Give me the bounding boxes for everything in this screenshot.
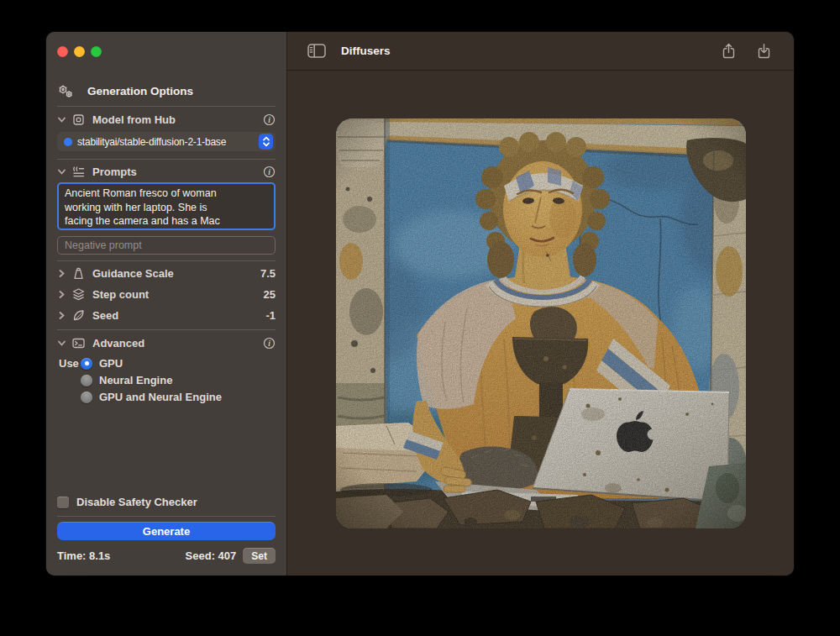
text-quote-icon	[71, 165, 86, 179]
prompt-input[interactable]: Ancient Roman fresco of woman working wi…	[57, 182, 276, 230]
seed-result-value: Seed: 407	[186, 549, 237, 562]
chevron-right-icon[interactable]	[57, 311, 68, 320]
save-image-icon[interactable]	[757, 43, 771, 60]
radio-gpu-label: GPU	[99, 357, 123, 370]
cpu-icon	[71, 113, 86, 127]
svg-text:i: i	[268, 115, 270, 124]
step-count-label: Step count	[92, 288, 149, 301]
chevron-right-icon[interactable]	[57, 290, 68, 299]
guidance-scale-label: Guidance Scale	[92, 267, 174, 280]
radio-gpu-and-neural-engine-label: GPU and Neural Engine	[99, 391, 222, 403]
divider	[57, 106, 276, 107]
guidance-scale-row[interactable]: Guidance Scale 7.5	[57, 265, 276, 281]
sidebar: Generation Options Model from Hub i	[46, 32, 287, 576]
seed-label: Seed	[92, 309, 118, 322]
divider	[57, 159, 276, 160]
disable-safety-checkbox[interactable]	[57, 497, 69, 508]
radio-neural-engine-label: Neural Engine	[99, 374, 172, 386]
sidebar-title: Generation Options	[87, 85, 193, 97]
traffic-lights	[57, 32, 276, 57]
compute-option-gpu: Use GPU	[57, 356, 276, 371]
divider	[57, 329, 276, 330]
guidance-scale-value: 7.5	[260, 267, 276, 280]
svg-text:i: i	[268, 339, 270, 347]
terminal-icon	[71, 336, 86, 350]
chevron-down-icon[interactable]	[57, 167, 68, 176]
sidebar-toggle-icon[interactable]	[307, 44, 326, 58]
generate-button[interactable]: Generate	[57, 522, 276, 540]
stack-3d-icon	[71, 287, 86, 302]
radio-neural-engine[interactable]	[81, 375, 92, 386]
advanced-row[interactable]: Advanced i	[57, 335, 276, 350]
seed-value: -1	[265, 309, 276, 322]
chevron-right-icon[interactable]	[57, 269, 68, 278]
select-chevrons-icon[interactable]	[259, 134, 273, 150]
sidebar-header: Generation Options	[57, 83, 276, 98]
prompts-row[interactable]: Prompts i	[57, 164, 276, 179]
divider	[57, 260, 276, 261]
seed-row[interactable]: Seed -1	[57, 307, 276, 323]
model-from-hub-row[interactable]: Model from Hub i	[57, 112, 276, 127]
disable-safety-label: Disable Safety Checker	[76, 496, 197, 508]
content-pane: Diffusers	[287, 32, 794, 576]
zoom-button[interactable]	[91, 46, 102, 57]
app-window: Generation Options Model from Hub i	[46, 32, 794, 576]
compute-option-neural-engine: Neural Engine	[81, 373, 276, 387]
prompts-label: Prompts	[92, 166, 137, 178]
svg-text:i: i	[268, 167, 270, 176]
radio-gpu[interactable]	[81, 358, 92, 370]
step-count-row[interactable]: Step count 25	[57, 286, 276, 302]
titlebar-actions	[722, 43, 771, 60]
scale-mass-icon	[71, 266, 86, 281]
advanced-label: Advanced	[92, 337, 144, 350]
use-label: Use	[59, 357, 81, 370]
safety-checker-row: Disable Safety Checker	[57, 495, 276, 509]
desktop: { "window": { "traffic_lights": ["close"…	[0, 0, 840, 636]
model-select-value: stabilityai/stable-diffusion-2-1-base	[77, 136, 259, 148]
close-button[interactable]	[57, 46, 68, 57]
titlebar: Diffusers	[287, 32, 794, 71]
info-icon[interactable]: i	[263, 337, 276, 350]
sidebar-spacer	[57, 404, 276, 495]
minimize-button[interactable]	[74, 46, 85, 57]
divider	[57, 516, 276, 517]
chevron-down-icon[interactable]	[57, 115, 68, 124]
negative-prompt-input[interactable]: Negative prompt	[57, 236, 276, 255]
model-select[interactable]: stabilityai/stable-diffusion-2-1-base	[57, 132, 276, 151]
step-count-value: 25	[264, 288, 276, 301]
model-from-hub-label: Model from Hub	[92, 113, 176, 126]
generated-image	[336, 118, 746, 528]
share-icon[interactable]	[722, 43, 736, 60]
gears-icon	[57, 84, 73, 98]
window-title: Diffusers	[341, 45, 391, 57]
chevron-down-icon[interactable]	[57, 339, 68, 348]
leaf-icon	[71, 308, 86, 323]
radio-gpu-and-neural-engine[interactable]	[81, 392, 92, 403]
info-icon[interactable]: i	[263, 166, 276, 178]
model-status-dot	[64, 138, 72, 146]
compute-option-gpu-and-neural-engine: GPU and Neural Engine	[81, 390, 276, 404]
info-icon[interactable]: i	[263, 113, 276, 126]
image-canvas	[287, 71, 794, 576]
time-value: Time: 8.1s	[57, 549, 110, 562]
set-seed-button[interactable]: Set	[243, 548, 276, 564]
status-bar: Time: 8.1s Seed: 407 Set	[57, 548, 276, 564]
